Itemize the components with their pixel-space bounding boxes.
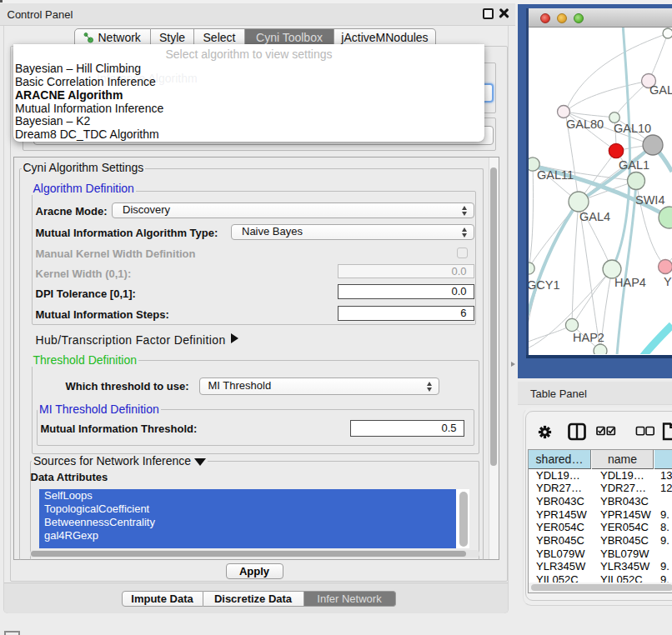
- svg-text:HAP4: HAP4: [614, 276, 646, 289]
- svg-text:GAL11: GAL11: [537, 168, 574, 182]
- svg-text:GAL10: GAL10: [614, 122, 651, 135]
- svg-text:GAL…: GAL…: [649, 83, 672, 97]
- svg-text:GAL1: GAL1: [619, 158, 649, 172]
- svg-text:GCY1: GCY1: [529, 278, 560, 292]
- svg-text:HAP2: HAP2: [573, 331, 604, 344]
- svg-text:SWI4: SWI4: [635, 193, 664, 207]
- svg-text:GAL4: GAL4: [579, 210, 610, 223]
- svg-text:GAL80: GAL80: [566, 118, 604, 131]
- svg-text:Y: Y: [664, 275, 672, 288]
